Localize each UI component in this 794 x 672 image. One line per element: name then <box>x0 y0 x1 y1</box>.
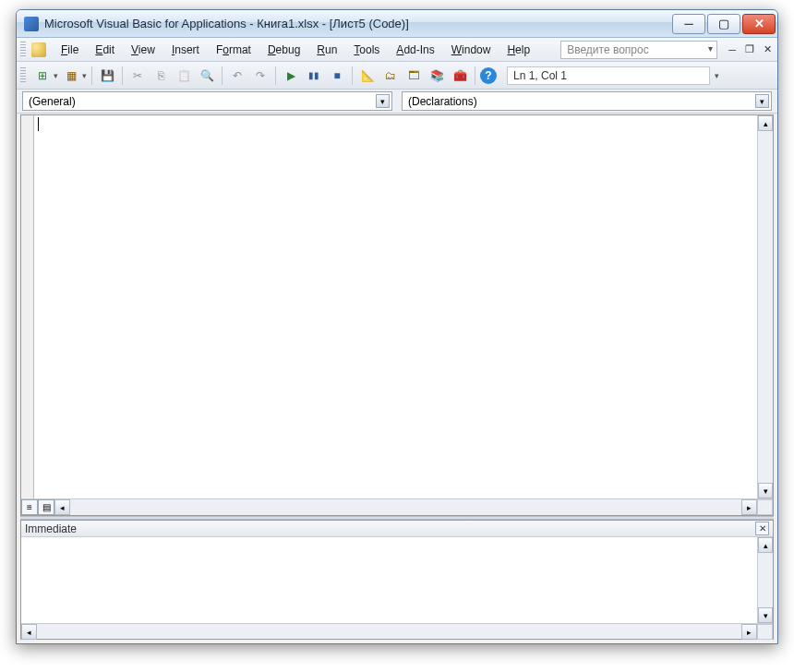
scroll-down-button[interactable]: ▾ <box>758 607 773 623</box>
immediate-title-label: Immediate <box>25 522 77 535</box>
procedure-combobox[interactable]: (Declarations) ▾ <box>402 91 772 111</box>
horizontal-scrollbar[interactable]: ◂ ▸ <box>21 624 757 639</box>
minimize-button[interactable]: ─ <box>672 14 705 34</box>
maximize-button[interactable]: ▢ <box>707 14 740 34</box>
vertical-scrollbar[interactable]: ▴ ▾ <box>757 115 773 498</box>
immediate-close-button[interactable]: ✕ <box>755 522 769 535</box>
object-combobox[interactable]: (General) ▾ <box>22 91 392 111</box>
app-icon <box>24 17 39 31</box>
menu-run[interactable]: Run <box>309 41 344 59</box>
cut-icon[interactable]: ✂ <box>127 66 148 86</box>
text-cursor <box>38 117 39 131</box>
menu-file[interactable]: File <box>54 41 86 59</box>
code-editor-pane: ▴ ▾ ≡ ▤ ◂ ▸ <box>20 114 774 516</box>
reset-icon[interactable]: ■ <box>327 66 347 86</box>
immediate-window: Immediate ✕ ▴ ▾ ◂ ▸ <box>20 520 774 640</box>
scroll-corner <box>757 624 773 640</box>
code-editor[interactable] <box>34 115 757 498</box>
scroll-track[interactable] <box>758 131 773 483</box>
toolbar: ⊞ ▾ ▦ ▾ 💾 ✂ ⎘ 📋 🔍 ↶ ↷ ▶ ▮▮ ■ 📐 🗂 🗔 📚 🧰 ?… <box>17 62 777 90</box>
mdi-restore-button[interactable]: ❐ <box>743 43 756 55</box>
toolbar-options-dropdown[interactable]: ▾ <box>715 71 719 80</box>
find-icon[interactable]: 🔍 <box>197 66 217 86</box>
scroll-left-button[interactable]: ◂ <box>54 499 70 515</box>
break-icon[interactable]: ▮▮ <box>304 66 324 86</box>
insert-dropdown[interactable]: ▾ <box>82 71 87 80</box>
menu-addins[interactable]: Add-Ins <box>389 41 441 59</box>
scroll-track[interactable] <box>758 553 773 607</box>
margin-indicator-bar[interactable] <box>21 115 34 498</box>
code-dropdowns: (General) ▾ (Declarations) ▾ <box>17 90 777 114</box>
horizontal-scrollbar[interactable]: ◂ ▸ <box>54 499 757 515</box>
menu-tools[interactable]: Tools <box>346 41 387 59</box>
scroll-down-button[interactable]: ▾ <box>758 483 773 498</box>
undo-icon[interactable]: ↶ <box>227 66 247 86</box>
close-button[interactable]: ✕ <box>742 14 776 34</box>
mdi-minimize-button[interactable]: ─ <box>727 44 738 55</box>
scroll-track[interactable] <box>70 499 741 515</box>
object-browser-icon[interactable]: 📚 <box>427 66 447 86</box>
scroll-right-button[interactable]: ▸ <box>741 624 757 640</box>
scroll-up-button[interactable]: ▴ <box>758 537 773 553</box>
mdi-controls: ─ ❐ ✕ <box>727 43 774 55</box>
scroll-corner <box>757 499 773 515</box>
menu-format[interactable]: Format <box>209 41 259 59</box>
object-combobox-value: (General) <box>29 95 76 108</box>
menu-window[interactable]: Window <box>444 41 499 59</box>
toolbar-grip[interactable] <box>20 42 26 58</box>
procedure-combobox-value: (Declarations) <box>408 95 477 108</box>
vertical-scrollbar[interactable]: ▴ ▾ <box>757 537 773 623</box>
scroll-up-button[interactable]: ▴ <box>758 115 773 131</box>
cursor-position-field: Ln 1, Col 1 <box>507 66 710 85</box>
toolbar-grip-2[interactable] <box>20 67 26 84</box>
redo-icon[interactable]: ↷ <box>250 66 271 86</box>
design-mode-icon[interactable]: 📐 <box>357 66 378 86</box>
menubar: File Edit View Insert Format Debug Run T… <box>17 38 777 62</box>
app-window: Microsoft Visual Basic for Applications … <box>16 9 778 644</box>
menu-debug[interactable]: Debug <box>260 41 307 59</box>
toolbox-icon[interactable]: 🧰 <box>450 66 470 86</box>
immediate-titlebar[interactable]: Immediate ✕ <box>21 521 773 537</box>
menu-insert[interactable]: Insert <box>164 41 207 59</box>
scroll-left-button[interactable]: ◂ <box>21 624 37 640</box>
save-icon[interactable]: 💾 <box>97 66 117 86</box>
help-search-input[interactable]: Введите вопрос <box>560 41 717 59</box>
chevron-down-icon[interactable]: ▾ <box>376 94 390 108</box>
procedure-view-button[interactable]: ≡ <box>21 499 38 515</box>
menu-help[interactable]: Help <box>499 41 537 59</box>
menu-view[interactable]: View <box>124 41 162 59</box>
copy-icon[interactable]: ⎘ <box>150 66 171 86</box>
window-title: Microsoft Visual Basic for Applications … <box>44 17 672 30</box>
paste-icon[interactable]: 📋 <box>174 66 194 86</box>
window-controls: ─ ▢ ✕ <box>672 14 776 34</box>
menu-edit[interactable]: Edit <box>88 41 122 59</box>
chevron-down-icon[interactable]: ▾ <box>755 94 769 108</box>
immediate-input[interactable] <box>21 537 757 623</box>
project-explorer-icon[interactable]: 🗂 <box>380 66 401 86</box>
scroll-right-button[interactable]: ▸ <box>741 499 757 515</box>
scroll-track[interactable] <box>37 624 741 639</box>
insert-userform-icon[interactable]: ▦ <box>61 66 81 86</box>
full-module-view-button[interactable]: ▤ <box>38 499 54 515</box>
run-icon[interactable]: ▶ <box>281 66 301 86</box>
help-icon[interactable]: ? <box>480 67 497 84</box>
excel-view-icon[interactable]: ⊞ <box>32 66 53 86</box>
properties-window-icon[interactable]: 🗔 <box>403 66 424 86</box>
mdi-close-button[interactable]: ✕ <box>762 43 774 55</box>
excel-view-dropdown[interactable]: ▾ <box>54 71 58 80</box>
mdi-system-icon[interactable] <box>31 42 46 57</box>
titlebar[interactable]: Microsoft Visual Basic for Applications … <box>17 10 777 38</box>
